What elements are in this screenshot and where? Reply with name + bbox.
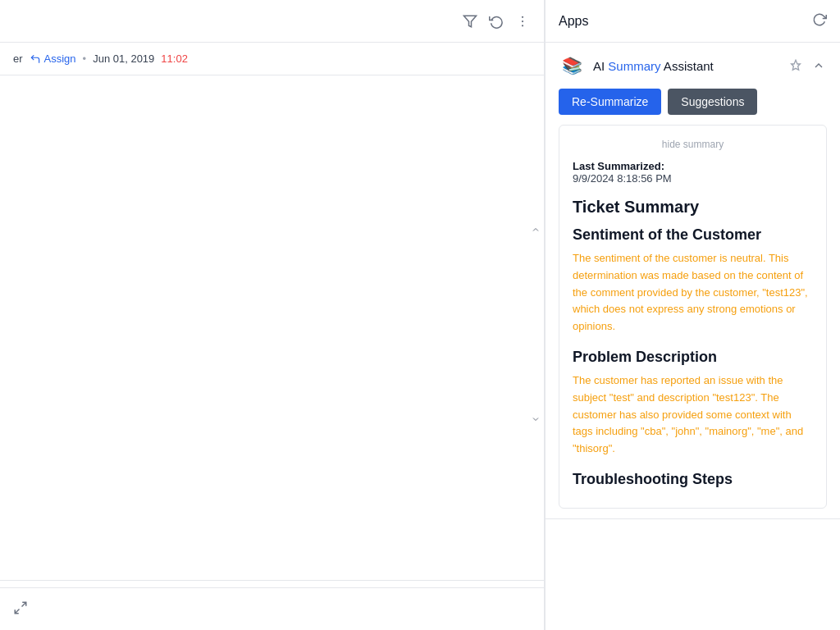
top-toolbar xyxy=(0,0,544,43)
history-icon[interactable] xyxy=(488,13,504,30)
ai-buttons: Re-Summarize Suggestions xyxy=(559,89,827,115)
ticket-user: er xyxy=(13,52,23,65)
hide-summary-link[interactable]: hide summary xyxy=(573,139,813,150)
svg-line-4 xyxy=(22,602,26,606)
suggestions-button[interactable]: Suggestions xyxy=(668,89,757,115)
ai-icon: 📚 xyxy=(559,52,585,79)
ticket-date: Jun 01, 2019 xyxy=(93,52,154,65)
scroll-up-button[interactable] xyxy=(527,225,544,235)
svg-marker-0 xyxy=(464,16,477,27)
bottom-toolbar xyxy=(0,587,544,630)
problem-text: The customer has reported an issue with … xyxy=(573,372,813,458)
svg-point-2 xyxy=(522,20,523,21)
svg-line-5 xyxy=(15,609,19,614)
separator: • xyxy=(83,52,87,65)
apps-title: Apps xyxy=(559,14,588,29)
problem-heading: Problem Description xyxy=(573,349,813,366)
divider xyxy=(0,580,544,581)
ai-section-left: 📚 AI Summary Assistant xyxy=(559,52,714,79)
svg-point-3 xyxy=(522,25,523,26)
resummarize-button[interactable]: Re-Summarize xyxy=(559,89,661,115)
summary-card: hide summary Last Summarized: 9/9/2024 8… xyxy=(559,125,827,509)
left-panel: er Assign • Jun 01, 2019 11:02 xyxy=(0,0,545,630)
ticket-content-area xyxy=(0,75,544,573)
ai-section-header: 📚 AI Summary Assistant xyxy=(559,52,827,79)
sentiment-text: The sentiment of the customer is neutral… xyxy=(573,250,813,336)
expand-button[interactable] xyxy=(13,600,28,618)
assign-button[interactable]: Assign xyxy=(30,52,76,65)
more-options-icon[interactable] xyxy=(514,13,531,30)
last-summarized-label: Last Summarized: xyxy=(573,160,813,172)
scroll-down-button[interactable] xyxy=(527,414,544,424)
filter-icon[interactable] xyxy=(462,13,478,30)
apps-header: Apps xyxy=(546,0,840,43)
right-panel: Apps 📚 AI Summary Assistant xyxy=(545,0,840,630)
ai-title-highlight: Summary xyxy=(608,59,660,73)
ticket-meta-bar: er Assign • Jun 01, 2019 11:02 xyxy=(0,43,544,75)
ai-section: 📚 AI Summary Assistant xyxy=(546,43,840,519)
ticket-summary-title: Ticket Summary xyxy=(573,198,813,217)
ai-section-controls xyxy=(788,57,827,74)
svg-point-1 xyxy=(522,16,523,17)
ticket-time: 11:02 xyxy=(161,52,188,65)
last-summarized-date: 9/9/2024 8:18:56 PM xyxy=(573,172,813,185)
collapse-icon[interactable] xyxy=(810,57,827,74)
sentiment-heading: Sentiment of the Customer xyxy=(573,226,813,244)
troubleshooting-heading: Troubleshooting Steps xyxy=(573,471,813,488)
ai-title: AI Summary Assistant xyxy=(593,59,714,73)
refresh-icon[interactable] xyxy=(812,12,827,30)
pin-icon[interactable] xyxy=(788,57,804,74)
